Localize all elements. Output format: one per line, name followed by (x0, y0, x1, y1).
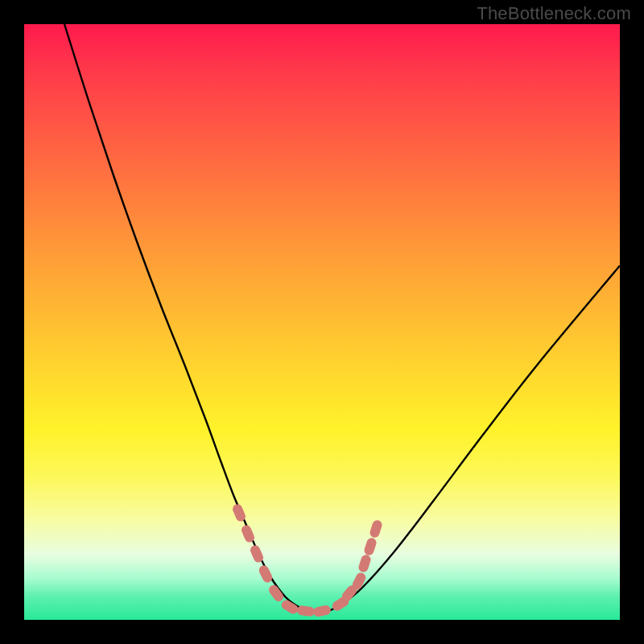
highlight-dash-group (231, 503, 383, 618)
highlight-dash (369, 519, 383, 539)
watermark-text: TheBottleneck.com (477, 3, 631, 24)
chart-plot-area (24, 24, 620, 620)
bottleneck-curve-path (64, 24, 620, 613)
highlight-dash (363, 537, 378, 557)
highlight-dash (312, 605, 332, 617)
highlight-dash (296, 605, 315, 617)
chart-overlay-svg (24, 24, 620, 620)
highlight-dash (357, 554, 372, 574)
highlight-dash (258, 564, 274, 584)
